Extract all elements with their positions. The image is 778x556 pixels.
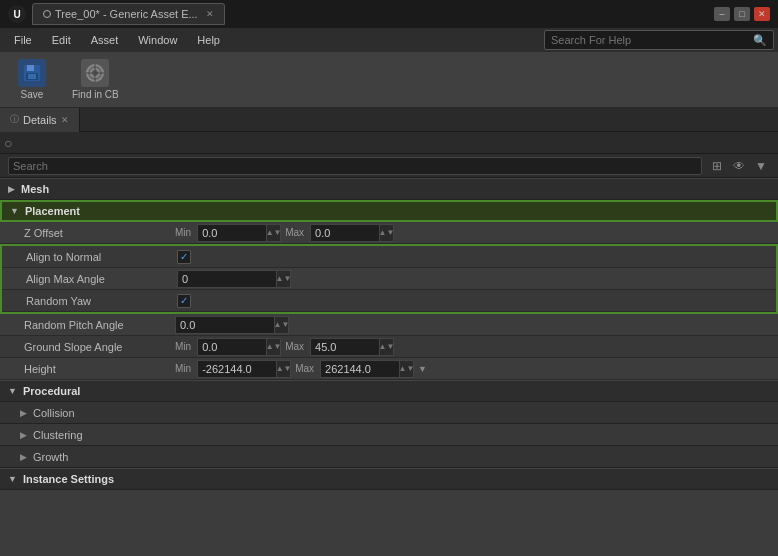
menu-asset[interactable]: Asset [81, 28, 129, 52]
details-tab-close[interactable]: ✕ [61, 115, 69, 125]
height-min-spin[interactable]: ▲▼ [277, 360, 291, 378]
align-max-angle-label: Align Max Angle [22, 273, 177, 285]
random-yaw-value [177, 294, 776, 308]
filter-options-icon[interactable]: ▼ [752, 157, 770, 175]
instance-settings-arrow-icon: ▼ [8, 474, 17, 484]
details-tab[interactable]: ⓘ Details ✕ [0, 108, 80, 132]
ground-slope-min-input[interactable] [197, 338, 267, 356]
svg-rect-1 [27, 65, 34, 71]
menu-file[interactable]: File [4, 28, 42, 52]
random-yaw-checkbox[interactable] [177, 294, 191, 308]
eye-icon[interactable]: 👁 [730, 157, 748, 175]
menu-search-box[interactable]: 🔍 [544, 30, 774, 50]
ground-slope-min-field: ▲▼ [197, 338, 281, 356]
z-offset-max-label: Max [285, 227, 304, 238]
prop-row-random-pitch: Random Pitch Angle ▲▼ [0, 314, 778, 336]
prop-row-align-to-normal: Align to Normal [2, 246, 776, 268]
properties-panel: ▶ Mesh ▼ Placement Z Offset Min ▲▼ Max ▲… [0, 178, 778, 490]
z-offset-min-input[interactable] [197, 224, 267, 242]
align-max-angle-value: ▲▼ [177, 270, 776, 288]
section-header-mesh[interactable]: ▶ Mesh [0, 178, 778, 200]
ground-slope-max-field: ▲▼ [310, 338, 394, 356]
z-offset-max-spin[interactable]: ▲▼ [380, 224, 394, 242]
maximize-btn[interactable]: □ [734, 7, 750, 21]
ground-slope-min-label: Min [175, 341, 191, 352]
subsection-clustering[interactable]: ▶ Clustering [0, 424, 778, 446]
prop-row-height: Height Min ▲▼ Max ▲▼ ▼ [0, 358, 778, 380]
ground-slope-min-spin[interactable]: ▲▼ [267, 338, 281, 356]
height-max-spin[interactable]: ▲▼ [400, 360, 414, 378]
find-in-cb-icon [81, 59, 109, 87]
details-tab-icon: ⓘ [10, 113, 19, 126]
find-in-cb-label: Find in CB [72, 89, 119, 100]
mesh-arrow-icon: ▶ [8, 184, 15, 194]
z-offset-min-spin[interactable]: ▲▼ [267, 224, 281, 242]
tab-close-btn[interactable]: ✕ [206, 9, 214, 19]
window-controls: – □ ✕ [714, 7, 770, 21]
subsection-collision[interactable]: ▶ Collision [0, 402, 778, 424]
svg-rect-3 [28, 74, 36, 79]
placement-highlight-group: Align to Normal Align Max Angle ▲▼ Rando… [0, 244, 778, 314]
height-min-label: Min [175, 363, 191, 374]
section-header-placement[interactable]: ▼ Placement [0, 200, 778, 222]
clustering-title: Clustering [33, 429, 83, 441]
z-offset-value: Min ▲▼ Max ▲▼ [175, 224, 778, 242]
section-header-procedural[interactable]: ▼ Procedural [0, 380, 778, 402]
height-max-input[interactable] [320, 360, 400, 378]
menu-window[interactable]: Window [128, 28, 187, 52]
z-offset-min-field: ▲▼ [197, 224, 281, 242]
clustering-arrow-icon: ▶ [20, 430, 27, 440]
grid-view-icon[interactable]: ⊞ [708, 157, 726, 175]
height-max-label: Max [295, 363, 314, 374]
collision-arrow-icon: ▶ [20, 408, 27, 418]
ground-slope-max-label: Max [285, 341, 304, 352]
placement-arrow-icon: ▼ [10, 206, 19, 216]
save-label: Save [21, 89, 44, 100]
height-value: Min ▲▼ Max ▲▼ ▼ [175, 360, 778, 378]
random-pitch-value: ▲▼ [175, 316, 778, 334]
tab-label: Tree_00* - Generic Asset E... [55, 8, 198, 20]
z-offset-max-input[interactable] [310, 224, 380, 242]
align-to-normal-checkbox[interactable] [177, 250, 191, 264]
collision-title: Collision [33, 407, 75, 419]
z-offset-min-label: Min [175, 227, 191, 238]
height-down-arrow[interactable]: ▼ [418, 364, 427, 374]
filter-search-input[interactable] [8, 157, 702, 175]
main-tab[interactable]: Tree_00* - Generic Asset E... ✕ [32, 3, 225, 25]
save-button[interactable]: Save [10, 55, 54, 104]
menu-help[interactable]: Help [187, 28, 230, 52]
section-header-instance-settings[interactable]: ▼ Instance Settings [0, 468, 778, 490]
save-icon [18, 59, 46, 87]
ground-slope-max-input[interactable] [310, 338, 380, 356]
procedural-arrow-icon: ▼ [8, 386, 17, 396]
height-label: Height [20, 363, 175, 375]
prop-row-z-offset: Z Offset Min ▲▼ Max ▲▼ [0, 222, 778, 244]
align-max-angle-field: ▲▼ [177, 270, 291, 288]
align-max-angle-spin[interactable]: ▲▼ [277, 270, 291, 288]
random-pitch-field: ▲▼ [175, 316, 289, 334]
menu-edit[interactable]: Edit [42, 28, 81, 52]
details-search-row: ○ [0, 132, 778, 154]
panel-tab-row: ⓘ Details ✕ [0, 108, 778, 132]
random-pitch-spin[interactable]: ▲▼ [275, 316, 289, 334]
find-in-cb-button[interactable]: Find in CB [64, 55, 127, 104]
tab-modified-dot [43, 10, 51, 18]
random-pitch-input[interactable] [175, 316, 275, 334]
height-min-field: ▲▼ [197, 360, 291, 378]
height-min-input[interactable] [197, 360, 277, 378]
ground-slope-max-spin[interactable]: ▲▼ [380, 338, 394, 356]
ue-logo: U [8, 5, 26, 23]
procedural-title: Procedural [23, 385, 80, 397]
align-to-normal-value [177, 250, 776, 264]
toolbar: Save Find in CB [0, 52, 778, 108]
growth-arrow-icon: ▶ [20, 452, 27, 462]
minimize-btn[interactable]: – [714, 7, 730, 21]
random-pitch-label: Random Pitch Angle [20, 319, 175, 331]
growth-title: Growth [33, 451, 68, 463]
menu-search-input[interactable] [551, 34, 753, 46]
align-max-angle-input[interactable] [177, 270, 277, 288]
filter-icons: ⊞ 👁 ▼ [708, 157, 770, 175]
subsection-growth[interactable]: ▶ Growth [0, 446, 778, 468]
close-btn[interactable]: ✕ [754, 7, 770, 21]
menu-items: File Edit Asset Window Help [4, 28, 230, 52]
